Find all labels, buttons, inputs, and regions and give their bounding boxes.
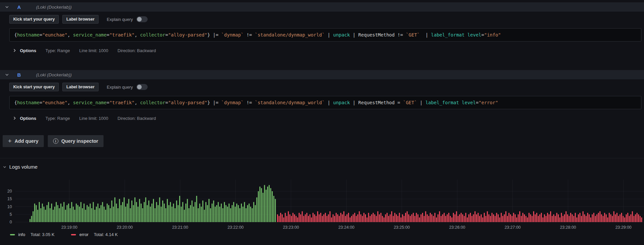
svg-text:23:24:00: 23:24:00	[338, 225, 355, 230]
svg-text:23:19:00: 23:19:00	[61, 225, 78, 230]
query-ref-id: A	[17, 4, 21, 10]
svg-text:23:25:00: 23:25:00	[394, 225, 410, 230]
svg-text:23:22:00: 23:22:00	[228, 225, 244, 230]
legend-series-total: Total: 4.14 K	[94, 232, 118, 237]
svg-text:15: 15	[7, 197, 12, 201]
svg-text:5: 5	[10, 212, 12, 217]
explain-query-toggle[interactable]	[136, 84, 148, 90]
query-row-header-b[interactable]: B (Loki (Dockerlab))	[0, 70, 644, 79]
options-line-limit: Line limit: 1000	[79, 48, 108, 53]
datasource-name: (Loki (Dockerlab))	[36, 72, 72, 77]
chevron-right-icon[interactable]	[13, 116, 17, 120]
label-browser-button[interactable]: Label browser	[62, 15, 99, 24]
error-series-swatch	[71, 234, 76, 235]
svg-text:23:20:00: 23:20:00	[117, 225, 133, 230]
chevron-down-icon[interactable]	[5, 72, 9, 77]
legend-series-name: info	[18, 232, 25, 237]
chevron-down-icon[interactable]	[3, 165, 7, 169]
query-ref-id: B	[17, 72, 21, 78]
legend-item-info[interactable]: info Total: 3.05 K	[10, 232, 54, 237]
plus-icon: +	[8, 137, 12, 145]
query-row-header-a[interactable]: A (Loki (Dockerlab))	[0, 2, 644, 12]
datasource-name: (Loki (Dockerlab))	[36, 5, 72, 10]
options-label: Options	[20, 116, 36, 121]
svg-text:23:21:00: 23:21:00	[172, 225, 188, 230]
query-code-editor[interactable]: {hostname="eunchae", service_name="traef…	[9, 28, 641, 41]
options-direction: Direction: Backward	[117, 48, 156, 53]
add-query-label: Add query	[15, 138, 38, 144]
logs-volume-collapse[interactable]: Logs volume	[0, 158, 644, 170]
kick-start-query-button[interactable]: Kick start your query	[9, 15, 59, 24]
logs-volume-title: Logs volume	[9, 164, 37, 170]
legend-series-name: error	[79, 232, 88, 237]
svg-text:23:26:00: 23:26:00	[449, 225, 465, 230]
options-type: Type: Range	[45, 116, 70, 121]
info-bars	[30, 185, 276, 222]
svg-text:20: 20	[7, 189, 12, 194]
options-label: Options	[20, 48, 36, 53]
options-direction: Direction: Backward	[117, 116, 156, 121]
explore-query-editor: A (Loki (Dockerlab)) Kick start your que…	[0, 0, 644, 245]
toggle-knob	[137, 85, 142, 89]
legend-item-error[interactable]: error Total: 4.14 K	[71, 232, 118, 237]
svg-text:0: 0	[10, 220, 12, 224]
error-bars	[277, 211, 642, 222]
query-inspector-label: Query inspector	[61, 138, 98, 144]
info-series-swatch	[10, 234, 15, 235]
options-collapse-row[interactable]: Options Type: Range Line limit: 1000 Dir…	[9, 115, 641, 121]
add-query-button[interactable]: + Add query	[3, 135, 44, 147]
logs-volume-panel: Logs volume 0510152023:19:0023:20:0023:2…	[0, 158, 644, 237]
kick-start-query-button[interactable]: Kick start your query	[9, 83, 59, 91]
chart-legend: info Total: 3.05 K error Total: 4.14 K	[10, 232, 644, 237]
explain-query-toggle[interactable]	[136, 16, 148, 22]
info-circle-icon: i	[53, 138, 58, 144]
options-collapse-row[interactable]: Options Type: Range Line limit: 1000 Dir…	[9, 47, 641, 53]
legend-series-total: Total: 3.05 K	[31, 232, 54, 237]
svg-text:23:29:00: 23:29:00	[615, 225, 632, 230]
query-code-editor[interactable]: {hostname="eunchae", service_name="traef…	[9, 96, 641, 109]
logs-volume-chart[interactable]: 0510152023:19:0023:20:0023:21:0023:22:00…	[0, 178, 644, 231]
toggle-knob	[137, 17, 142, 22]
options-line-limit: Line limit: 1000	[79, 116, 108, 121]
chevron-down-icon[interactable]	[5, 5, 9, 9]
svg-text:23:28:00: 23:28:00	[560, 225, 576, 230]
query-inspector-button[interactable]: i Query inspector	[48, 135, 104, 147]
svg-text:10: 10	[7, 204, 12, 209]
svg-text:23:27:00: 23:27:00	[505, 225, 521, 230]
explain-query-label: Explain query	[107, 17, 133, 22]
label-browser-button[interactable]: Label browser	[62, 83, 99, 91]
explain-query-label: Explain query	[107, 85, 133, 90]
options-type: Type: Range	[45, 48, 70, 53]
svg-text:23:23:00: 23:23:00	[283, 225, 299, 230]
chevron-right-icon[interactable]	[13, 48, 17, 52]
